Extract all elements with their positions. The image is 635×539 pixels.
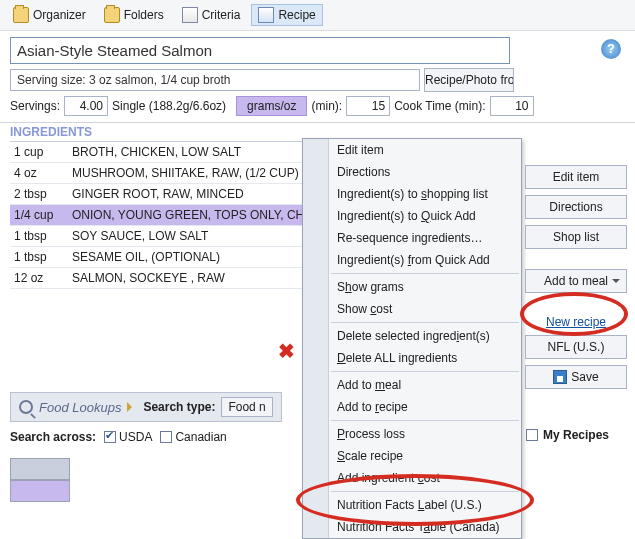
top-toolbar: Organizer Folders Criteria Recipe (0, 0, 635, 31)
recipe-label: Recipe (278, 8, 315, 22)
ingredient-qty: 12 oz (10, 268, 68, 289)
menu-item[interactable]: Delete selected ingredient(s) (303, 325, 521, 347)
checkbox-checked-icon (104, 431, 116, 443)
ingredient-qty: 4 oz (10, 163, 68, 184)
swatch-grey (10, 458, 70, 480)
recipe-icon (258, 7, 274, 23)
right-panel: ? Edit item Directions Shop list Add to … (517, 33, 635, 539)
new-recipe-link[interactable]: New recipe (517, 315, 635, 329)
save-disk-icon (553, 370, 567, 384)
search-across-label: Search across: (10, 430, 96, 444)
directions-button[interactable]: Directions (525, 195, 627, 219)
folders-label: Folders (124, 8, 164, 22)
menu-item[interactable]: Show grams (303, 276, 521, 298)
menu-item[interactable]: Directions (303, 161, 521, 183)
menu-item[interactable]: Show cost (303, 298, 521, 320)
criteria-icon (182, 7, 198, 23)
criteria-label: Criteria (202, 8, 241, 22)
help-icon[interactable]: ? (601, 39, 621, 59)
color-swatches (10, 458, 510, 502)
grams-oz-toggle[interactable]: grams/oz (236, 96, 307, 116)
organizer-label: Organizer (33, 8, 86, 22)
my-recipes-checkbox[interactable]: My Recipes (526, 428, 609, 442)
add-to-meal-dropdown[interactable]: Add to meal (525, 269, 627, 293)
menu-item[interactable]: Ingredient(s) to Quick Add (303, 205, 521, 227)
canadian-checkbox[interactable]: Canadian (160, 430, 226, 444)
prep-min-label: (min): (311, 99, 342, 113)
menu-item[interactable]: Delete ALL ingredients (303, 347, 521, 369)
nfl-us-button[interactable]: NFL (U.S.) (525, 335, 627, 359)
menu-item[interactable]: Edit item (303, 139, 521, 161)
search-icon (19, 400, 33, 414)
serving-size-input[interactable]: Serving size: 3 oz salmon, 1/4 cup broth (10, 69, 420, 91)
servings-label: Servings: (10, 99, 60, 113)
organizer-icon (13, 7, 29, 23)
shop-list-button[interactable]: Shop list (525, 225, 627, 249)
menu-item[interactable]: Re-sequence ingredients… (303, 227, 521, 249)
folders-button[interactable]: Folders (97, 4, 171, 26)
menu-item[interactable]: Nutrition Facts Table (Canada) (303, 516, 521, 538)
cook-time-label: Cook Time (min): (394, 99, 485, 113)
menu-item[interactable]: Ingredient(s) from Quick Add (303, 249, 521, 271)
checkbox-icon (526, 429, 538, 441)
edit-item-button[interactable]: Edit item (525, 165, 627, 189)
search-type-label: Search type: (143, 400, 215, 414)
single-serving-label: Single (188.2g/6.6oz) (112, 99, 226, 113)
ingredient-qty: 2 tbsp (10, 184, 68, 205)
servings-input[interactable]: 4.00 (64, 96, 108, 116)
recipe-name-input[interactable]: Asian-Style Steamed Salmon (10, 37, 510, 64)
expand-icon (127, 402, 137, 412)
my-recipes-label: My Recipes (543, 428, 609, 442)
usda-label: USDA (119, 430, 152, 444)
prep-time-input[interactable]: 15 (346, 96, 390, 116)
ingredient-qty: 1 tbsp (10, 247, 68, 268)
menu-item[interactable]: Ingredient(s) to shopping list (303, 183, 521, 205)
food-lookups-tab[interactable]: Food Lookups Search type: Food n (10, 392, 282, 422)
usda-checkbox[interactable]: USDA (104, 430, 152, 444)
recipe-button[interactable]: Recipe (251, 4, 322, 26)
ingredient-qty: 1 cup (10, 142, 68, 163)
folders-icon (104, 7, 120, 23)
save-label: Save (571, 370, 598, 384)
checkbox-icon (160, 431, 172, 443)
ingredient-qty: 1/4 cup (10, 205, 68, 226)
menu-separator (331, 273, 519, 274)
swatch-lavender (10, 480, 70, 502)
menu-separator (331, 371, 519, 372)
food-lookups-title: Food Lookups (39, 400, 121, 415)
search-type-dropdown[interactable]: Food n (221, 397, 272, 417)
canadian-label: Canadian (175, 430, 226, 444)
organizer-button[interactable]: Organizer (6, 4, 93, 26)
food-lookup-panel: Food Lookups Search type: Food n Search … (10, 392, 510, 502)
recipe-photo-button[interactable]: Recipe/Photo from (424, 68, 514, 92)
menu-separator (331, 322, 519, 323)
criteria-button[interactable]: Criteria (175, 4, 248, 26)
delete-icon: ✖ (278, 339, 295, 363)
save-button[interactable]: Save (525, 365, 627, 389)
ingredient-qty: 1 tbsp (10, 226, 68, 247)
